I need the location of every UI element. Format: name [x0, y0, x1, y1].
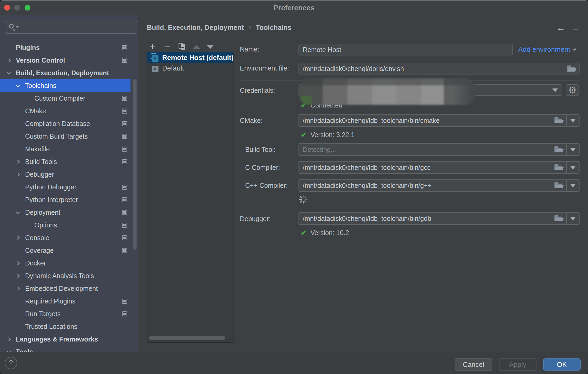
chevron-down-icon[interactable] [7, 349, 11, 352]
cpp-compiler-dropdown-arrow[interactable] [566, 180, 579, 191]
sidebar-item-label: Docker [25, 259, 46, 267]
settings-square-icon [122, 223, 127, 228]
sidebar-item-toolchains[interactable]: Toolchains [0, 79, 130, 92]
add-environment-link[interactable]: Add environment [518, 45, 576, 54]
sidebar-item-python-debugger[interactable]: Python Debugger [0, 181, 130, 193]
browse-folder-icon[interactable] [554, 164, 563, 171]
sidebar-item-deployment[interactable]: Deployment [0, 206, 130, 219]
question-mark-icon: ? [9, 359, 13, 367]
build-tool-dropdown-arrow[interactable] [566, 144, 579, 155]
cpp-compiler-label: C++ Compiler: [245, 182, 288, 189]
sidebar-item-compilation-database[interactable]: Compilation Database [0, 117, 130, 130]
sidebar-item-coverage[interactable]: Coverage [0, 244, 130, 257]
sidebar-item-run-targets[interactable]: Run Targets [0, 307, 130, 320]
chevron-right-icon[interactable] [16, 236, 20, 240]
sidebar-item-label: Deployment [25, 209, 60, 216]
cmake-field[interactable]: /mnt/datadisk0/chenqi/ldb_toolchain/bin/… [298, 114, 580, 127]
toolchain-item-remote-host-default[interactable]: Remote Host (default) [147, 52, 234, 63]
chevron-right-icon[interactable] [7, 58, 11, 62]
sidebar-item-embedded-development[interactable]: Embedded Development [0, 282, 130, 295]
sidebar-item-label: Makefile [25, 145, 50, 153]
settings-search-box[interactable] [5, 21, 137, 34]
credentials-dropdown-arrow[interactable] [549, 85, 562, 95]
sidebar-item-plugins[interactable]: Plugins [0, 41, 130, 54]
browse-folder-icon[interactable] [554, 182, 563, 189]
back-arrow-icon[interactable]: ← [556, 23, 565, 33]
sidebar-item-debugger[interactable]: Debugger [0, 168, 130, 181]
sidebar-item-version-control[interactable]: Version Control [0, 54, 130, 67]
chevron-down-icon[interactable] [7, 71, 11, 75]
chevron-right-icon[interactable] [16, 160, 20, 164]
debugger-field[interactable]: /mnt/datadisk0/chenqi/ldb_toolchain/bin/… [298, 212, 580, 225]
browse-folder-icon[interactable] [567, 66, 576, 72]
sidebar-item-dynamic-analysis-tools[interactable]: Dynamic Analysis Tools [0, 269, 130, 282]
toolchain-list-hscrollbar[interactable] [149, 336, 225, 340]
c-compiler-dropdown-arrow[interactable] [566, 162, 579, 173]
environment-file-field[interactable]: /mnt/datadisk0/chenqi/doris/env.sh [298, 63, 580, 74]
sidebar-item-console[interactable]: Console [0, 231, 130, 244]
sidebar-item-label: Toolchains [25, 82, 56, 90]
cmake-status: ✔ Version: 3.22.1 [301, 130, 354, 139]
chevron-right-icon[interactable] [16, 261, 20, 265]
sidebar-item-languages-frameworks[interactable]: Languages & Frameworks [0, 333, 130, 345]
search-input[interactable] [20, 22, 135, 33]
settings-square-icon [122, 210, 127, 215]
sidebar-item-build-execution-deployment[interactable]: Build, Execution, Deployment [0, 67, 130, 79]
browse-folder-icon[interactable] [554, 146, 563, 153]
chevron-right-icon[interactable] [16, 274, 20, 278]
cmake-dropdown-arrow[interactable] [566, 115, 579, 126]
sidebar-item-label: Required Plugins [25, 297, 75, 305]
chevron-right-icon[interactable] [7, 337, 11, 341]
debugger-dropdown-arrow[interactable] [566, 213, 579, 224]
cpp-compiler-field[interactable]: /mnt/datadisk0/chenqi/ldb_toolchain/bin/… [298, 179, 580, 192]
preferences-dialog: Preferences PluginsVersion ControlBuild,… [0, 0, 588, 374]
sidebar-item-label: Custom Build Targets [25, 133, 88, 140]
chevron-down-icon[interactable] [16, 83, 20, 87]
chevron-right-icon[interactable] [16, 286, 20, 291]
breadcrumb: Build, Execution, Deployment › Toolchain… [147, 23, 292, 32]
chevron-down-icon[interactable] [16, 210, 20, 214]
sidebar-item-cmake[interactable]: CMake [0, 105, 130, 117]
sidebar-item-tools[interactable]: Tools [0, 345, 130, 352]
dialog-footer: ? Cancel Apply OK [0, 352, 588, 374]
sidebar-item-trusted-locations[interactable]: Trusted Locations [0, 320, 130, 333]
breadcrumb-toolchains: Toolchains [256, 24, 291, 32]
sidebar-item-required-plugins[interactable]: Required Plugins [0, 295, 130, 307]
breadcrumb-build-execution-deployment[interactable]: Build, Execution, Deployment [147, 24, 244, 32]
sidebar-item-label: Embedded Development [25, 285, 98, 292]
credentials-settings-button[interactable]: ⚙ [566, 84, 579, 96]
sidebar-item-build-tools[interactable]: Build Tools [0, 155, 130, 168]
sidebar-item-custom-build-targets[interactable]: Custom Build Targets [0, 130, 130, 143]
sidebar-scrollbar[interactable] [133, 79, 137, 250]
name-field[interactable]: Remote Host [298, 44, 513, 55]
ok-button[interactable]: OK [543, 358, 581, 371]
toolchain-item-default[interactable]: Default [147, 63, 234, 73]
toolchain-item-label: Default [162, 64, 184, 72]
help-button[interactable]: ? [5, 357, 17, 369]
build-tool-field[interactable]: Detecting... [298, 143, 580, 156]
cancel-button[interactable]: Cancel [455, 358, 492, 371]
loading-spinner-icon [299, 195, 308, 204]
sidebar-item-label: Console [25, 234, 49, 242]
sidebar-item-python-interpreter[interactable]: Python Interpreter [0, 193, 130, 206]
remove-toolchain-icon[interactable]: − [163, 42, 172, 51]
chevron-right-icon[interactable] [16, 172, 20, 176]
browse-folder-icon[interactable] [554, 215, 563, 222]
title-bar: Preferences [0, 0, 588, 15]
sidebar-item-options[interactable]: Options [0, 219, 130, 231]
cmake-label: CMake: [240, 117, 263, 124]
browse-folder-icon[interactable] [554, 117, 563, 124]
settings-square-icon [122, 121, 127, 126]
sidebar-item-makefile[interactable]: Makefile [0, 143, 130, 155]
copy-toolchain-icon[interactable] [179, 43, 186, 51]
add-toolchain-icon[interactable]: + [148, 42, 157, 51]
sidebar-item-label: Trusted Locations [25, 323, 77, 330]
sidebar-item-label: Tools [16, 348, 33, 352]
forward-arrow-icon: → [571, 23, 580, 33]
sidebar-item-docker[interactable]: Docker [0, 257, 130, 269]
move-down-icon[interactable] [207, 45, 214, 49]
c-compiler-field[interactable]: /mnt/datadisk0/chenqi/ldb_toolchain/bin/… [298, 161, 580, 174]
sidebar-item-custom-compiler[interactable]: Custom Compiler [0, 92, 130, 105]
name-label: Name: [240, 45, 259, 53]
search-icon [9, 24, 17, 32]
